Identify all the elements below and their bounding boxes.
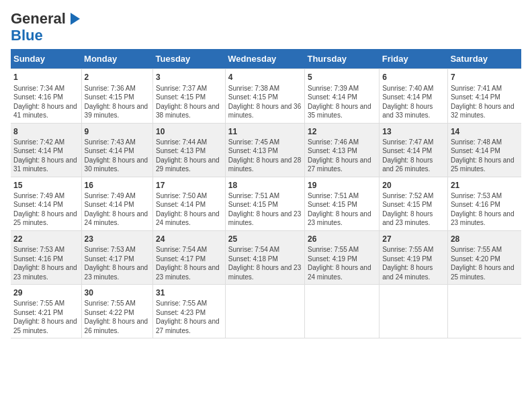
page-header: General Blue [11, 11, 521, 44]
day-number: 1 [13, 72, 79, 83]
calendar-table: SundayMondayTuesdayWednesdayThursdayFrid… [11, 49, 521, 338]
day-info: Sunrise: 7:54 AMSunset: 4:17 PMDaylight:… [156, 245, 222, 281]
day-info: Sunrise: 7:51 AMSunset: 4:15 PMDaylight:… [228, 191, 302, 228]
day-info: Sunrise: 7:45 AMSunset: 4:13 PMDaylight:… [228, 138, 302, 174]
day-number: 11 [228, 126, 302, 137]
day-number: 30 [85, 287, 150, 298]
day-info: Sunrise: 7:37 AMSunset: 4:15 PMDaylight:… [156, 84, 222, 120]
col-header-saturday: Saturday [447, 49, 521, 69]
calendar-cell: 4Sunrise: 7:38 AMSunset: 4:15 PMDaylight… [225, 69, 304, 123]
day-info: Sunrise: 7:41 AMSunset: 4:14 PMDaylight:… [451, 84, 519, 120]
calendar-cell: 29Sunrise: 7:55 AMSunset: 4:21 PMDayligh… [11, 285, 81, 338]
day-number: 24 [156, 234, 222, 244]
calendar-cell: 18Sunrise: 7:51 AMSunset: 4:15 PMDayligh… [225, 177, 304, 230]
day-info: Sunrise: 7:43 AMSunset: 4:14 PMDaylight:… [85, 138, 150, 174]
calendar-cell: 22Sunrise: 7:53 AMSunset: 4:16 PMDayligh… [11, 230, 81, 284]
day-info: Sunrise: 7:55 AMSunset: 4:19 PMDaylight:… [308, 245, 376, 281]
day-info: Sunrise: 7:53 AMSunset: 4:16 PMDaylight:… [13, 245, 79, 281]
calendar-cell: 24Sunrise: 7:54 AMSunset: 4:17 PMDayligh… [153, 230, 226, 284]
day-number: 4 [228, 72, 302, 83]
day-number: 16 [85, 180, 150, 191]
calendar-cell: 25Sunrise: 7:54 AMSunset: 4:18 PMDayligh… [225, 230, 304, 284]
day-info: Sunrise: 7:51 AMSunset: 4:15 PMDaylight:… [308, 191, 376, 228]
calendar-cell: 20Sunrise: 7:52 AMSunset: 4:15 PMDayligh… [380, 177, 448, 230]
calendar-cell: 28Sunrise: 7:55 AMSunset: 4:20 PMDayligh… [447, 230, 521, 284]
col-header-friday: Friday [380, 49, 448, 69]
day-info: Sunrise: 7:54 AMSunset: 4:18 PMDaylight:… [228, 245, 302, 281]
logo-icon [66, 11, 81, 26]
svg-marker-0 [71, 13, 80, 25]
day-number: 19 [308, 180, 376, 191]
day-number: 25 [228, 234, 302, 244]
day-info: Sunrise: 7:40 AMSunset: 4:14 PMDaylight:… [382, 84, 445, 120]
calendar-cell: 21Sunrise: 7:53 AMSunset: 4:16 PMDayligh… [447, 177, 521, 230]
day-number: 29 [13, 287, 79, 298]
calendar-cell [380, 285, 448, 338]
day-info: Sunrise: 7:53 AMSunset: 4:16 PMDaylight:… [451, 191, 519, 228]
day-info: Sunrise: 7:47 AMSunset: 4:14 PMDaylight:… [382, 138, 445, 174]
day-info: Sunrise: 7:50 AMSunset: 4:14 PMDaylight:… [156, 191, 222, 228]
day-info: Sunrise: 7:55 AMSunset: 4:19 PMDaylight:… [382, 245, 445, 281]
calendar-cell: 12Sunrise: 7:46 AMSunset: 4:13 PMDayligh… [304, 123, 379, 177]
day-number: 2 [85, 72, 150, 83]
day-number: 15 [13, 180, 79, 191]
day-number: 3 [156, 72, 222, 83]
day-info: Sunrise: 7:39 AMSunset: 4:14 PMDaylight:… [308, 84, 376, 120]
day-info: Sunrise: 7:38 AMSunset: 4:15 PMDaylight:… [228, 84, 302, 120]
day-number: 28 [451, 234, 519, 244]
calendar-cell: 13Sunrise: 7:47 AMSunset: 4:14 PMDayligh… [380, 123, 448, 177]
calendar-week-row: 1Sunrise: 7:34 AMSunset: 4:16 PMDaylight… [11, 69, 521, 123]
calendar-cell: 15Sunrise: 7:49 AMSunset: 4:14 PMDayligh… [11, 177, 81, 230]
col-header-wednesday: Wednesday [225, 49, 304, 69]
day-info: Sunrise: 7:55 AMSunset: 4:23 PMDaylight:… [156, 299, 222, 335]
day-number: 5 [308, 72, 376, 83]
day-info: Sunrise: 7:49 AMSunset: 4:14 PMDaylight:… [13, 191, 79, 228]
calendar-cell: 6Sunrise: 7:40 AMSunset: 4:14 PMDaylight… [380, 69, 448, 123]
calendar-week-row: 22Sunrise: 7:53 AMSunset: 4:16 PMDayligh… [11, 230, 521, 284]
day-number: 17 [156, 180, 222, 191]
logo-blue: Blue [11, 27, 43, 44]
calendar-cell [447, 285, 521, 338]
day-number: 23 [85, 234, 150, 244]
day-number: 8 [13, 126, 79, 137]
calendar-cell [304, 285, 379, 338]
calendar-cell: 16Sunrise: 7:49 AMSunset: 4:14 PMDayligh… [81, 177, 152, 230]
day-info: Sunrise: 7:36 AMSunset: 4:15 PMDaylight:… [85, 84, 150, 120]
calendar-cell: 2Sunrise: 7:36 AMSunset: 4:15 PMDaylight… [81, 69, 152, 123]
day-info: Sunrise: 7:52 AMSunset: 4:15 PMDaylight:… [382, 191, 445, 228]
day-number: 31 [156, 287, 222, 298]
day-number: 6 [382, 72, 445, 83]
calendar-cell: 26Sunrise: 7:55 AMSunset: 4:19 PMDayligh… [304, 230, 379, 284]
day-number: 12 [308, 126, 376, 137]
calendar-cell: 1Sunrise: 7:34 AMSunset: 4:16 PMDaylight… [11, 69, 81, 123]
col-header-monday: Monday [81, 49, 152, 69]
calendar-cell: 7Sunrise: 7:41 AMSunset: 4:14 PMDaylight… [447, 69, 521, 123]
day-info: Sunrise: 7:48 AMSunset: 4:14 PMDaylight:… [451, 138, 519, 174]
day-number: 20 [382, 180, 445, 191]
calendar-cell [225, 285, 304, 338]
day-info: Sunrise: 7:34 AMSunset: 4:16 PMDaylight:… [13, 84, 79, 120]
calendar-cell: 27Sunrise: 7:55 AMSunset: 4:19 PMDayligh… [380, 230, 448, 284]
calendar-cell: 10Sunrise: 7:44 AMSunset: 4:13 PMDayligh… [153, 123, 226, 177]
day-info: Sunrise: 7:55 AMSunset: 4:22 PMDaylight:… [85, 299, 150, 335]
calendar-cell: 23Sunrise: 7:53 AMSunset: 4:17 PMDayligh… [81, 230, 152, 284]
col-header-thursday: Thursday [304, 49, 379, 69]
calendar-week-row: 8Sunrise: 7:42 AMSunset: 4:14 PMDaylight… [11, 123, 521, 177]
calendar-cell: 19Sunrise: 7:51 AMSunset: 4:15 PMDayligh… [304, 177, 379, 230]
day-number: 27 [382, 234, 445, 244]
calendar-cell: 30Sunrise: 7:55 AMSunset: 4:22 PMDayligh… [81, 285, 152, 338]
day-number: 13 [382, 126, 445, 137]
day-info: Sunrise: 7:53 AMSunset: 4:17 PMDaylight:… [85, 245, 150, 281]
day-info: Sunrise: 7:42 AMSunset: 4:14 PMDaylight:… [13, 138, 79, 174]
col-header-sunday: Sunday [11, 49, 81, 69]
calendar-header-row: SundayMondayTuesdayWednesdayThursdayFrid… [11, 49, 521, 69]
day-info: Sunrise: 7:55 AMSunset: 4:20 PMDaylight:… [451, 245, 519, 281]
logo-general: General [11, 10, 66, 27]
day-info: Sunrise: 7:55 AMSunset: 4:21 PMDaylight:… [13, 299, 79, 335]
day-number: 7 [451, 72, 519, 83]
logo: General Blue [11, 11, 81, 44]
day-number: 18 [228, 180, 302, 191]
day-number: 26 [308, 234, 376, 244]
calendar-cell: 5Sunrise: 7:39 AMSunset: 4:14 PMDaylight… [304, 69, 379, 123]
calendar-cell: 9Sunrise: 7:43 AMSunset: 4:14 PMDaylight… [81, 123, 152, 177]
